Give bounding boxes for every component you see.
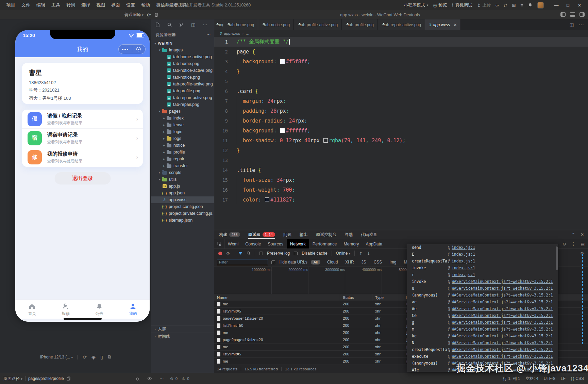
preserve-log-checkbox[interactable] bbox=[259, 252, 263, 255]
git-branch-icon[interactable] bbox=[179, 22, 184, 27]
frame-location-link[interactable]: WAServiceMainContext.js?t=wechat&v=3.15.… bbox=[452, 320, 553, 325]
tree-item-tab-home-activepng[interactable]: tab-home-active.png bbox=[151, 53, 214, 60]
callstack-frame[interactable]: invoke@index.js:1 bbox=[407, 265, 558, 271]
callstack-frame[interactable]: m@WAServiceMainContext.js?t=wechat&v=3.1… bbox=[407, 326, 558, 333]
editor-more-icon[interactable]: ⋯ bbox=[578, 21, 584, 28]
split-editor-icon[interactable]: ◫ bbox=[191, 22, 195, 27]
type-filter-Cloud[interactable]: Cloud bbox=[326, 260, 338, 265]
collapse-panel-icon[interactable]: ⌃ bbox=[572, 232, 575, 237]
type-filter-XHR[interactable]: XHR bbox=[345, 260, 354, 265]
type-filter-Img[interactable]: Img bbox=[389, 260, 397, 265]
frame-location-link[interactable]: index.js:1 bbox=[452, 272, 475, 277]
language-mode[interactable]: CSS bbox=[575, 376, 584, 381]
menu-item-3[interactable]: 工具 bbox=[48, 2, 63, 8]
upload-button[interactable]: ↥上传 bbox=[477, 2, 491, 8]
color-swatch[interactable] bbox=[323, 138, 328, 143]
frame-location-link[interactable]: WAServiceMainContext.js?t=wechat&v=3.15.… bbox=[452, 279, 553, 284]
tabbar-item-bell[interactable]: 公告 bbox=[83, 300, 116, 319]
menu-item-5[interactable]: 选择 bbox=[78, 2, 93, 8]
frame-location-link[interactable]: WAServiceMainContext.js?t=wechat&v=3.15.… bbox=[452, 306, 553, 311]
indent-setting[interactable]: 空格: 4 bbox=[525, 376, 538, 382]
devtools-tab-Sources[interactable]: Sources bbox=[264, 239, 287, 249]
hide-data-urls-checkbox[interactable] bbox=[271, 260, 275, 264]
devtools-tab-Performance[interactable]: Performance bbox=[309, 239, 340, 249]
menu-item-9[interactable]: 帮助 bbox=[138, 2, 153, 8]
cursor-position[interactable]: 行 1, 列 1 bbox=[503, 376, 520, 382]
frame-location-link[interactable]: index.js:1 bbox=[452, 266, 475, 270]
tree-item-pages[interactable]: ▾pages bbox=[151, 108, 214, 115]
inspect-element-icon[interactable] bbox=[214, 239, 224, 249]
search-network-icon[interactable] bbox=[247, 251, 251, 255]
tree-item-sitemapjson[interactable]: {··}sitemap.json bbox=[151, 217, 214, 224]
record-network-button[interactable] bbox=[218, 252, 222, 255]
vconsole-icon[interactable] bbox=[135, 377, 140, 381]
tree-item-scripts[interactable]: ▸scripts bbox=[151, 169, 214, 176]
panel-tab-构建[interactable]: 构建258 bbox=[219, 230, 240, 239]
panel-tab-输出[interactable]: 输出 bbox=[300, 230, 308, 239]
link-icon[interactable]: ∞ bbox=[495, 3, 499, 8]
tabbar-item-wrench[interactable]: 报修 bbox=[49, 300, 83, 319]
search-icon[interactable] bbox=[167, 22, 172, 27]
frame-location-link[interactable]: index.js:1 bbox=[452, 259, 475, 263]
editor-tab-tab-homepng[interactable]: tab-home.png bbox=[223, 19, 258, 30]
frame-location-link[interactable]: WAServiceMainContext.js?t=wechat&v=3.15.… bbox=[452, 354, 553, 359]
tree-item-tab-noticepng[interactable]: tab-notice.png bbox=[151, 74, 214, 81]
copy-path-icon[interactable] bbox=[67, 377, 70, 381]
menu-list-item[interactable]: 宿调宿申请记录查看列表与审批结果› bbox=[22, 128, 143, 147]
close-capsule-button[interactable] bbox=[132, 47, 146, 51]
disable-cache-checkbox[interactable] bbox=[294, 252, 298, 255]
filter-all-pill[interactable]: All bbox=[311, 260, 320, 265]
new-file-icon[interactable] bbox=[155, 22, 160, 27]
tree-item-utils[interactable]: ▸utils bbox=[151, 176, 214, 183]
toggle-bottom-panel-icon[interactable] bbox=[570, 12, 575, 17]
tree-item-tab-repairpng[interactable]: tab-repair.png bbox=[151, 101, 214, 108]
menu-item-6[interactable]: 视图 bbox=[93, 2, 108, 8]
frame-location-link[interactable]: WAServiceMainContext.js?t=wechat&v=3.15.… bbox=[452, 347, 553, 352]
callstack-frame[interactable]: createRequestTask@index.js:1 bbox=[407, 258, 558, 265]
filter-icon[interactable] bbox=[238, 252, 242, 255]
eol-setting[interactable]: LF bbox=[561, 376, 566, 381]
scrollbar-thumb[interactable] bbox=[556, 246, 558, 270]
callstack-frame[interactable]: createRequestTask@WAServiceMainContext.j… bbox=[407, 346, 558, 353]
devtools-more-icon[interactable]: ⋮ bbox=[571, 241, 576, 246]
explorer-section-大屏[interactable]: ›大屏 bbox=[151, 325, 214, 333]
tree-item-tab-notice-activepng[interactable]: tab-notice-active.png bbox=[151, 67, 214, 74]
clear-cache-icon[interactable] bbox=[154, 13, 158, 17]
multi-window-icon[interactable]: ⧉ bbox=[108, 354, 111, 360]
tree-item-projectconfigjson[interactable]: {··}project.config.json bbox=[151, 203, 214, 210]
frame-location-link[interactable]: WAServiceMainContext.js?t=wechat&v=3.15.… bbox=[452, 334, 553, 338]
tree-item-notice[interactable]: ▸notice bbox=[151, 142, 214, 149]
errors-icon[interactable]: ⊘ bbox=[170, 376, 173, 381]
tree-item-projectprivateconfigjs[interactable]: {··}project.private.config.js… bbox=[151, 210, 214, 217]
sync-icon[interactable]: ⇄ bbox=[504, 3, 507, 8]
callstack-frame[interactable]: ae@WAServiceMainContext.js?t=wechat&v=3.… bbox=[407, 299, 558, 305]
close-panel-icon[interactable]: ✕ bbox=[581, 232, 584, 237]
callstack-frame[interactable]: ke@WAServiceMainContext.js?t=wechat&v=3.… bbox=[407, 333, 558, 339]
color-swatch[interactable] bbox=[280, 128, 285, 133]
callstack-frame[interactable]: send@index.js:1 bbox=[407, 244, 558, 251]
visibility-icon[interactable] bbox=[147, 377, 152, 380]
close-tab-icon[interactable]: ✕ bbox=[453, 22, 457, 27]
menu-list-item[interactable]: 假请假 / 晚归记录查看列表与审批结果› bbox=[22, 110, 143, 128]
tree-item-appwxss[interactable]: 3app.wxss bbox=[151, 196, 214, 203]
frame-location-link[interactable]: WAServiceMainContext.js?t=wechat&v=3.15.… bbox=[452, 313, 553, 318]
editor-tab-tab-profile-activepng[interactable]: tab-profile-active.png bbox=[294, 19, 342, 30]
export-har-icon[interactable]: ↧ bbox=[367, 251, 370, 256]
close-button[interactable]: ✕ bbox=[574, 3, 585, 8]
tree-item-logs[interactable]: ▸logs bbox=[151, 135, 214, 142]
network-conditions-icon[interactable]: ⊙ bbox=[562, 241, 566, 246]
import-har-icon[interactable]: ↥ bbox=[359, 251, 363, 256]
bell-icon[interactable] bbox=[528, 3, 533, 7]
callstack-frame[interactable]: Ce@WAServiceMainContext.js?t=wechat&v=3.… bbox=[407, 312, 558, 319]
avatar[interactable] bbox=[537, 2, 544, 9]
menu-item-0[interactable]: 项目 bbox=[3, 2, 18, 8]
devtools-tab-Console[interactable]: Console bbox=[242, 239, 264, 249]
menu-list-item[interactable]: 修我的报修申请查看列表与处理结果› bbox=[22, 148, 143, 167]
more-actions-icon[interactable]: ⋯ bbox=[203, 22, 207, 27]
network-column-Type[interactable]: Type bbox=[372, 294, 403, 301]
tree-item-index[interactable]: ▸index bbox=[151, 115, 214, 122]
explorer-section-时间线[interactable]: ›时间线 bbox=[151, 333, 214, 340]
refresh-icon[interactable]: ⟳ bbox=[147, 12, 151, 18]
frame-location-link[interactable]: WAServiceMainContext.js?t=wechat&v=3.15.… bbox=[452, 286, 553, 291]
clear-network-icon[interactable]: ⊘ bbox=[226, 251, 230, 256]
